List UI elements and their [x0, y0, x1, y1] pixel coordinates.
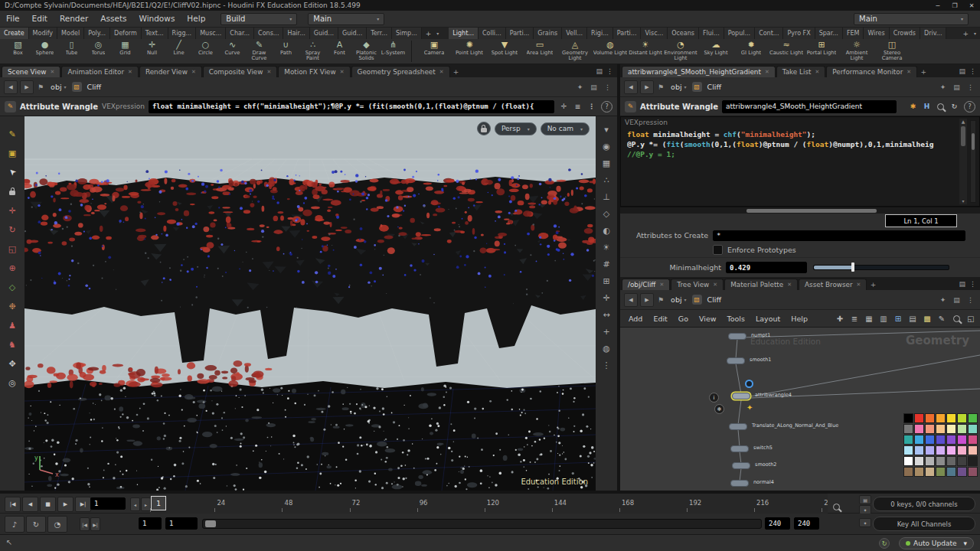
current-frame-field[interactable]: 1 — [90, 497, 126, 510]
range-end-field[interactable]: 240 — [765, 517, 790, 530]
network-node[interactable] — [728, 333, 746, 340]
palette-swatch[interactable] — [914, 413, 924, 423]
shelf-tab[interactable]: Colli... — [479, 28, 506, 39]
forward-button[interactable]: ▶ — [640, 293, 654, 307]
shelf-tab[interactable]: Poly... — [84, 28, 110, 39]
shelf-tool-curve[interactable]: ∿Curve — [219, 39, 246, 64]
goto-range-start-button[interactable]: |◀ — [80, 517, 90, 531]
minimalheight-value-field[interactable]: 0.429 — [726, 262, 807, 273]
palette-swatch[interactable] — [936, 413, 946, 423]
list-view-icon[interactable]: ▥ — [877, 313, 890, 324]
view-options-icon[interactable]: ▾ — [599, 124, 614, 135]
zoom-view-icon[interactable]: ◎ — [5, 377, 20, 388]
vexpression-editor[interactable]: VEXpression float minimalheight = chf("m… — [620, 116, 980, 207]
enforce-prototypes-checkbox[interactable] — [713, 245, 723, 255]
new-pane-tab-button[interactable]: + — [918, 66, 929, 77]
info-badge[interactable]: i — [709, 393, 719, 403]
close-icon[interactable]: ✕ — [713, 282, 717, 288]
back-button[interactable]: ◀ — [4, 80, 18, 94]
path-root-crumb[interactable]: obj▾ — [668, 80, 690, 93]
palette-swatch[interactable] — [968, 467, 978, 477]
palette-swatch[interactable] — [957, 413, 967, 423]
add-shelf-tab-button[interactable]: + ▾ — [422, 28, 443, 39]
palette-swatch[interactable] — [946, 424, 956, 434]
network-menu-help[interactable]: Help — [786, 315, 813, 323]
scrollbar-thumb[interactable] — [961, 126, 965, 146]
crosshair-icon[interactable]: + — [599, 326, 614, 337]
shelf-tool-volume-light[interactable]: ◍Volume Light — [593, 39, 628, 64]
help-jump-icon[interactable]: H — [921, 101, 933, 112]
shelf-tool-torus[interactable]: ◎Torus — [85, 39, 112, 64]
presets-icon[interactable]: ✱ — [907, 101, 919, 112]
shelf-tool-font[interactable]: AFont — [326, 39, 353, 64]
shelf-tool-area-light[interactable]: ▭Area Light — [522, 39, 557, 64]
scroll-down-icon[interactable]: ▾ — [962, 198, 964, 204]
help-icon[interactable]: ? — [601, 101, 612, 112]
annotate-icon[interactable]: ✎ — [936, 313, 948, 324]
param-menu-icon[interactable]: ⋮ — [586, 101, 597, 112]
palette-swatch[interactable] — [946, 435, 956, 445]
shelf-tab[interactable]: Deform — [110, 28, 142, 39]
pane-layout-icon[interactable]: ▤ — [596, 67, 603, 75]
shelf-tab[interactable]: Hair... — [283, 28, 309, 39]
range-slider-thumb[interactable] — [205, 520, 216, 527]
palette-swatch[interactable] — [968, 413, 978, 423]
tree-icon[interactable]: ≣ — [848, 313, 861, 324]
close-icon[interactable]: ✕ — [815, 69, 819, 75]
path-root-crumb[interactable]: obj▾ — [47, 80, 70, 93]
palette-swatch[interactable] — [914, 424, 924, 434]
grid-display-icon[interactable]: # — [599, 259, 614, 269]
goto-range-end-button[interactable]: ▶| — [90, 517, 100, 531]
shelf-tab[interactable]: FEM — [843, 28, 864, 39]
scale-tool-icon[interactable]: ◱ — [5, 243, 20, 254]
network-menu-view[interactable]: View — [694, 315, 722, 323]
shelf-tool-tube[interactable]: ▯Tube — [58, 39, 85, 64]
path-root-crumb[interactable]: obj▾ — [668, 293, 690, 306]
shelf-tool-spray-paint[interactable]: ∴Spray Paint — [299, 39, 326, 64]
pane-tab[interactable]: Take List✕ — [776, 66, 826, 77]
shelf-tool-point-light[interactable]: ✺Point Light — [452, 39, 487, 64]
jump-end-button[interactable]: ▶| — [75, 497, 91, 512]
display-flag-badge[interactable] — [745, 380, 753, 388]
palette-swatch[interactable] — [936, 456, 946, 466]
paint-tool-icon[interactable]: ❉ — [5, 301, 20, 311]
close-icon[interactable]: ✕ — [857, 282, 861, 288]
camera-icon[interactable]: ◉ — [599, 141, 614, 152]
timeline-zoom-icon[interactable] — [833, 499, 840, 514]
shelf-tab[interactable]: Driv... — [920, 28, 946, 39]
shelf-tool-sphere[interactable]: ●Sphere — [31, 39, 58, 64]
shelf-tool-null[interactable]: ✛Null — [139, 39, 165, 64]
viewport-menu-icon[interactable]: ⋮ — [599, 360, 614, 370]
menu-help[interactable]: Help — [181, 11, 211, 27]
forward-button[interactable]: ▶ — [20, 80, 34, 94]
pane-tab[interactable]: Animation Editor✕ — [61, 66, 139, 77]
pane-tab[interactable]: Performance Monitor✕ — [826, 66, 917, 77]
new-pane-tab-button[interactable]: + — [867, 279, 878, 290]
favorites-icon[interactable]: ✦ — [574, 81, 586, 93]
palette-swatch[interactable] — [957, 456, 967, 466]
shelf-tab[interactable]: Crowds — [890, 28, 920, 39]
grid-view-icon[interactable]: ▦ — [863, 313, 875, 324]
close-icon[interactable]: ✕ — [51, 69, 55, 75]
new-pane-tab-button[interactable]: + — [451, 66, 462, 77]
shelf-tool-circle[interactable]: ○Circle — [192, 39, 219, 64]
palette-swatch[interactable] — [968, 456, 978, 466]
network-node[interactable] — [727, 357, 745, 364]
network-menu-layout[interactable]: Layout — [750, 315, 786, 323]
zoom-slider-handle[interactable] — [972, 133, 975, 150]
back-button[interactable]: ◀ — [624, 293, 638, 307]
editor-vertical-scrollbar[interactable]: ▲ ▾ — [959, 119, 967, 204]
shelf-tab[interactable]: Parti... — [613, 28, 642, 39]
network-editor[interactable]: Education Edition Geometry numpt1smooth1… — [620, 328, 980, 491]
path-node-crumb[interactable]: Cliff — [84, 80, 104, 93]
close-icon[interactable]: ✕ — [787, 282, 792, 288]
attributes-to-create-field[interactable]: * — [713, 230, 965, 241]
shelf-tool-spot-light[interactable]: ▼Spot Light — [487, 39, 522, 64]
palette-swatch[interactable] — [968, 445, 978, 455]
shelf-tab[interactable]: Rigg... — [168, 28, 197, 39]
close-icon[interactable]: ✕ — [906, 69, 911, 75]
menu-edit[interactable]: Edit — [26, 11, 54, 27]
shelf-tool-caustic-light[interactable]: ≈Caustic Light — [769, 39, 804, 64]
pose-tool-icon[interactable]: ♟ — [5, 320, 20, 331]
close-icon[interactable]: ✕ — [765, 69, 769, 75]
